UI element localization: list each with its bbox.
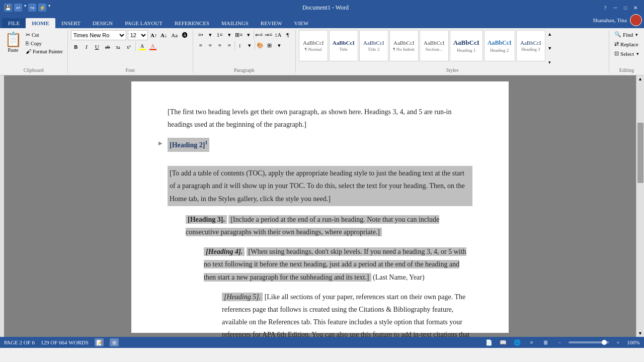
macro-icon[interactable]: ⊞ (110, 338, 119, 346)
format-painter-button[interactable]: 🖌 Format Painter (24, 48, 64, 55)
subscript-button[interactable]: x₂ (113, 42, 123, 52)
bullets-button[interactable]: ≡• (196, 30, 205, 39)
tab-design[interactable]: DESIGN (87, 18, 119, 28)
scroll-thumb[interactable] (637, 123, 643, 183)
style-heading2[interactable]: AaBbCcI Heading 2 (484, 30, 515, 61)
text-effects-button[interactable]: 🅐 (181, 31, 190, 40)
redo-icon[interactable]: ↪ (28, 4, 36, 12)
italic-button[interactable]: I (82, 42, 92, 52)
document-main[interactable]: [The first two heading levels get their … (4, 75, 636, 337)
style-section[interactable]: AaBbCcI Section... (420, 30, 449, 61)
style-heading3[interactable]: AaBbCcI Heading 3 (516, 30, 545, 61)
tab-mailings[interactable]: MAILINGS (215, 18, 255, 28)
style-title2[interactable]: AaBbCcI Title 2 (359, 30, 388, 61)
scroll-up-button[interactable]: ▲ (637, 75, 644, 82)
print-layout-button[interactable]: 📄 (484, 338, 494, 347)
save-icon[interactable]: 💾 (4, 4, 12, 12)
borders-dropdown[interactable]: ▾ (275, 41, 284, 50)
decrease-font-button[interactable]: A↓ (159, 31, 169, 40)
tab-file[interactable]: FILE (2, 18, 26, 28)
font-size-select[interactable]: 12 (128, 30, 148, 40)
restore-button[interactable]: □ (621, 3, 630, 12)
find-dropdown[interactable]: ▾ (635, 32, 638, 37)
tab-review[interactable]: REVIEW (255, 18, 288, 28)
quick-action-icon[interactable]: ⚡ (38, 4, 46, 12)
style-normal[interactable]: AaBbCcI ¶ Normal (299, 30, 328, 61)
select-dropdown[interactable]: ▾ (636, 51, 639, 56)
quick-access-icons[interactable]: 💾 ↩ ▾ ↪ ⚡ ▾ (4, 4, 50, 12)
scroll-down-button[interactable]: ▼ (637, 330, 644, 337)
find-button[interactable]: 🔍 Find ▾ (612, 30, 640, 39)
clear-formatting-button[interactable]: Aa (170, 31, 179, 40)
outline-view-button[interactable]: ≡ (526, 338, 536, 347)
document-page[interactable]: [The first two heading levels get their … (131, 81, 509, 333)
styles-more[interactable]: ▾ (546, 58, 553, 66)
style-no-indent[interactable]: AaBbCcI ¶ No Indent (389, 30, 419, 61)
align-left-button[interactable]: ≡ (196, 41, 205, 50)
shading-button[interactable]: 🎨 (256, 41, 265, 50)
text-highlight-button[interactable]: A (137, 42, 147, 52)
tab-insert[interactable]: INSERT (55, 18, 87, 28)
paste-button[interactable]: 📋 Paste (3, 30, 23, 54)
show-formatting-button[interactable]: ¶ (283, 30, 292, 39)
justify-button[interactable]: ≡ (225, 41, 234, 50)
borders-button[interactable]: ⊞ (265, 41, 274, 50)
help-button[interactable]: ? (601, 3, 610, 12)
zoom-in-button[interactable]: + (613, 338, 623, 346)
tab-home[interactable]: HOME (26, 18, 55, 28)
underline-button[interactable]: U (92, 42, 102, 52)
increase-indent-button[interactable]: ⇒≡ (264, 30, 273, 39)
superscript-button[interactable]: x² (124, 42, 134, 52)
para-row-1: ≡• ▾ 1≡ ▾ ⊞≡ ▾ ⇐≡ ⇒≡ ↕A ¶ (196, 30, 292, 39)
zoom-slider[interactable] (569, 341, 609, 343)
line-spacing-button[interactable]: ↕ (235, 41, 245, 50)
scroll-left-margin (0, 75, 4, 337)
font-color-button[interactable]: A (148, 42, 158, 52)
proofing-icon[interactable]: 📝 (95, 338, 104, 346)
decrease-indent-button[interactable]: ⇐≡ (255, 30, 264, 39)
heading2-body-text: [To add a table of contents (TOC), apply… (170, 169, 465, 202)
window-controls[interactable]: ? ─ □ ✕ (601, 3, 640, 12)
replace-icon: ⇄ (614, 41, 619, 47)
vertical-scrollbar[interactable]: ▲ ▼ (636, 75, 644, 337)
undo-dropdown[interactable]: ▾ (24, 4, 26, 12)
style-title2-preview: AaBbCcI (363, 40, 384, 46)
increase-font-button[interactable]: A↑ (149, 31, 158, 40)
tab-references[interactable]: REFERENCES (169, 18, 215, 28)
cut-button[interactable]: ✂ Cut (24, 31, 64, 39)
copy-label: Copy (31, 41, 42, 46)
web-view-button[interactable]: 🌐 (512, 338, 522, 347)
sort-button[interactable]: ↕A (274, 30, 283, 39)
bullets-dropdown[interactable]: ▾ (206, 30, 215, 39)
align-center-button[interactable]: ≡ (206, 41, 215, 50)
draft-view-button[interactable]: ≣ (540, 338, 550, 347)
select-button[interactable]: ⊡ Select ▾ (612, 49, 641, 58)
tab-view[interactable]: VIEW (288, 18, 315, 28)
zoom-out-button[interactable]: − (554, 338, 565, 346)
tab-page-layout[interactable]: PAGE LAYOUT (119, 18, 169, 28)
styles-scroll-down[interactable]: ▼ (546, 44, 553, 52)
style-section-label: Section... (426, 47, 443, 52)
font-family-select[interactable]: Times New Ro (71, 30, 126, 40)
numbering-button[interactable]: 1≡ (215, 30, 224, 39)
bold-button[interactable]: B (71, 42, 81, 52)
styles-scroll-up[interactable]: ▲ (546, 30, 553, 38)
minimize-button[interactable]: ─ (611, 3, 620, 12)
multilevel-list-button[interactable]: ⊞≡ (234, 30, 244, 39)
replace-button[interactable]: ⇄ Replace (612, 40, 640, 48)
close-button[interactable]: ✕ (631, 3, 640, 12)
style-heading2-preview: AaBbCcI (488, 39, 512, 47)
undo-icon[interactable]: ↩ (14, 4, 22, 12)
numbering-dropdown[interactable]: ▾ (225, 30, 234, 39)
copy-button[interactable]: ⎘ Copy (24, 40, 64, 47)
line-spacing-dropdown[interactable]: ▾ (245, 41, 254, 50)
clipboard-small-buttons: ✂ Cut ⎘ Copy 🖌 Format Painter (24, 30, 64, 55)
read-mode-button[interactable]: 📖 (498, 338, 508, 347)
strikethrough-button[interactable]: ab (103, 42, 113, 52)
style-title[interactable]: AaBbCcI Title (329, 30, 358, 61)
align-right-button[interactable]: ≡ (215, 41, 224, 50)
multilevel-dropdown[interactable]: ▾ (244, 30, 253, 39)
collapse-arrow[interactable]: ▶ (158, 139, 163, 148)
style-heading1[interactable]: AaBbCcI Heading 1 (450, 30, 483, 61)
heading3-paragraph: [Heading 3]. [Include a period at the en… (168, 213, 472, 238)
